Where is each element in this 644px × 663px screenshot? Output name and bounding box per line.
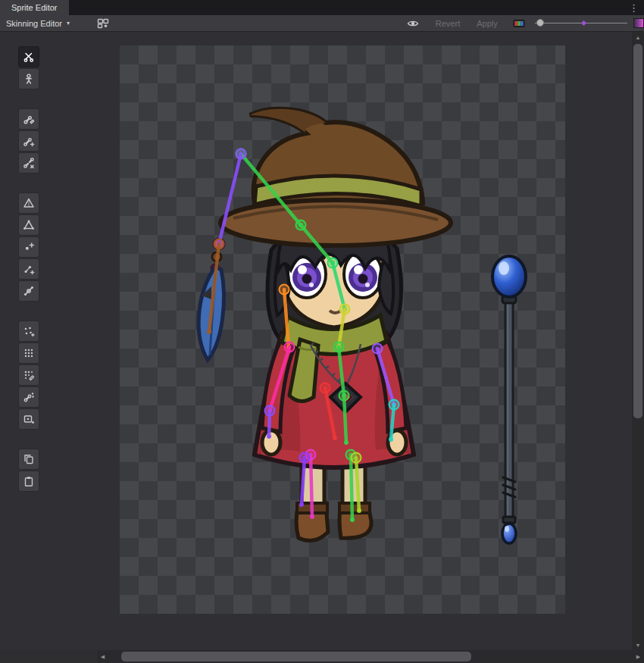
tab-strip: Sprite Editor ⋮ <box>0 0 644 15</box>
mode-dropdown-label: Skinning Editor <box>6 19 62 28</box>
create-vertex-icon <box>23 241 35 253</box>
horizontal-scroll-thumb[interactable] <box>121 652 471 661</box>
tool-bone-influence-button[interactable] <box>18 386 39 408</box>
sprite-sheet-button[interactable] <box>92 15 114 31</box>
paste-icon <box>23 475 35 487</box>
character-sprite[interactable] <box>199 109 451 541</box>
staff-sprite[interactable] <box>492 256 526 543</box>
scroll-down-icon[interactable]: ▼ <box>632 640 644 650</box>
tool-auto-weights-button[interactable] <box>18 321 39 342</box>
tool-group <box>18 46 39 89</box>
copy-icon <box>23 453 35 465</box>
tool-group <box>18 192 39 302</box>
tool-split-edge-button[interactable] <box>18 280 39 302</box>
toolbar: Skinning Editor ▾ Revert Apply <box>0 15 644 32</box>
tool-group <box>18 108 39 174</box>
zoom-slider[interactable] <box>533 15 629 31</box>
chevron-down-icon: ▾ <box>67 20 70 27</box>
apply-button[interactable]: Apply <box>470 15 505 31</box>
rgb-alpha-icon <box>513 17 525 30</box>
tab-label: Sprite Editor <box>11 3 58 12</box>
sprite-sheet-icon <box>97 17 109 30</box>
tool-group <box>18 449 39 492</box>
sprite-editor-window: Sprite Editor ⋮ Skinning Editor ▾ Revert… <box>0 0 644 663</box>
tool-create-edge-button[interactable] <box>18 258 39 280</box>
tool-preview-pose-button[interactable] <box>18 46 39 67</box>
edit-geometry-icon <box>23 219 35 231</box>
window-menu-icon[interactable]: ⋮ <box>629 0 639 15</box>
tool-split-bone-button[interactable] <box>18 152 39 174</box>
hat-feather <box>199 239 224 360</box>
scroll-right-icon[interactable]: ▶ <box>633 650 644 663</box>
reset-pose-icon <box>23 73 35 85</box>
tool-create-bone-button[interactable] <box>18 130 39 152</box>
vertical-scrollbar[interactable]: ▲ ▼ <box>632 32 644 650</box>
eye-icon <box>407 17 419 30</box>
sprite-texture-area[interactable] <box>120 45 565 614</box>
tool-auto-geometry-button[interactable] <box>18 192 39 214</box>
sprite-artwork <box>120 45 565 614</box>
auto-weights-icon <box>23 325 35 337</box>
hat <box>220 109 451 245</box>
preview-pose-icon <box>23 51 35 63</box>
split-bone-icon <box>23 157 35 169</box>
bone-influence-icon <box>23 391 35 403</box>
vertical-scroll-thumb[interactable] <box>633 44 642 418</box>
weight-slider-icon <box>23 347 35 359</box>
zoom-slider-marker <box>581 20 586 26</box>
zoom-slider-knob[interactable] <box>536 19 544 27</box>
tool-edit-geometry-button[interactable] <box>18 214 39 236</box>
canvas-viewport[interactable] <box>0 32 632 650</box>
edit-joints-icon <box>23 113 35 125</box>
tool-reset-pose-button[interactable] <box>18 68 39 89</box>
horizontal-scrollbar[interactable]: ◀ ▶ <box>97 650 644 663</box>
mip-gradient-slider[interactable] <box>633 18 644 28</box>
tab-sprite-editor[interactable]: Sprite Editor <box>0 0 69 15</box>
tool-paste-button[interactable] <box>18 471 39 492</box>
tool-weight-slider-button[interactable] <box>18 342 39 364</box>
tool-weight-brush-button[interactable] <box>18 364 39 386</box>
scroll-up-icon[interactable]: ▲ <box>632 32 644 42</box>
create-bone-icon <box>23 135 35 147</box>
revert-button[interactable]: Revert <box>427 15 468 31</box>
mode-dropdown[interactable]: Skinning Editor ▾ <box>0 15 89 31</box>
visibility-toggle-button[interactable] <box>403 15 423 31</box>
tool-sprite-influence-button[interactable] <box>18 408 39 430</box>
tool-copy-button[interactable] <box>18 449 39 470</box>
split-edge-icon <box>23 285 35 297</box>
auto-geometry-icon <box>23 197 35 209</box>
sprite-influence-icon <box>23 413 35 425</box>
tool-group <box>18 321 39 430</box>
create-edge-icon <box>23 263 35 275</box>
tool-panel <box>18 46 39 511</box>
weight-brush-icon <box>23 369 35 381</box>
tool-edit-joints-button[interactable] <box>18 108 39 130</box>
tool-create-vertex-button[interactable] <box>18 236 39 258</box>
rgb-alpha-toggle-button[interactable] <box>509 15 529 31</box>
scroll-left-icon[interactable]: ◀ <box>97 650 108 663</box>
